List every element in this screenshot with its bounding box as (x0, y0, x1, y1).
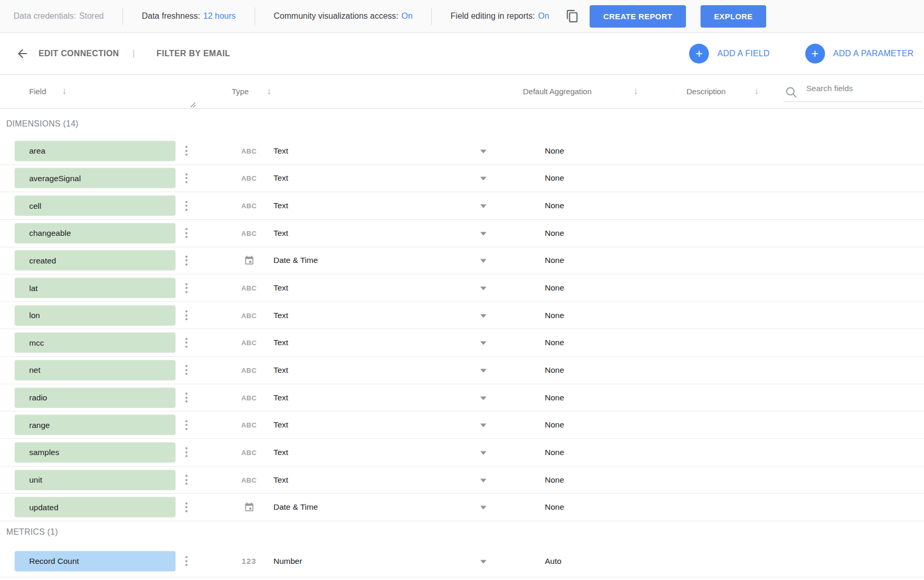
field-name-pill[interactable]: mcc (15, 333, 176, 353)
more-options-icon[interactable] (183, 390, 190, 406)
more-options-icon[interactable] (183, 472, 190, 488)
dropdown-arrow-icon[interactable] (480, 287, 486, 291)
dropdown-arrow-icon[interactable] (480, 424, 486, 427)
dropdown-arrow-icon[interactable] (480, 177, 486, 181)
aggregation-select[interactable]: None (545, 173, 564, 183)
column-header-default-aggregation[interactable]: Default Aggregation (523, 87, 592, 96)
aggregation-select[interactable]: None (545, 283, 564, 293)
aggregation-select[interactable]: None (545, 146, 564, 156)
edit-connection-link[interactable]: EDIT CONNECTION (39, 49, 119, 58)
column-header-field[interactable]: Field (29, 87, 46, 96)
field-name-pill[interactable]: created (15, 250, 176, 271)
sort-icon-default-aggregation[interactable]: ↓ (633, 85, 639, 97)
aggregation-select[interactable]: Auto (545, 557, 561, 566)
more-options-icon[interactable] (183, 445, 190, 460)
aggregation-select[interactable]: None (545, 448, 564, 457)
dropdown-arrow-icon[interactable] (480, 369, 486, 372)
sort-icon-description[interactable]: ↓ (754, 85, 759, 97)
column-header-description[interactable]: Description (686, 87, 726, 96)
add-a-field-button[interactable]: + ADD A FIELD (689, 44, 769, 64)
more-options-icon[interactable] (183, 553, 190, 569)
field-type-select[interactable]: Text (273, 283, 288, 293)
dropdown-arrow-icon[interactable] (480, 149, 486, 153)
field-name-pill[interactable]: radio (15, 387, 176, 408)
column-header-type[interactable]: Type (232, 87, 249, 96)
dropdown-arrow-icon[interactable] (480, 232, 486, 235)
field-name-pill[interactable]: changeable (15, 223, 176, 243)
text-type-icon: ABC (241, 421, 257, 429)
dropdown-arrow-icon[interactable] (480, 342, 486, 345)
field-type-select[interactable]: Number (273, 557, 302, 566)
dropdown-arrow-icon[interactable] (480, 396, 486, 400)
dropdown-arrow-icon[interactable] (480, 560, 486, 563)
field-type-select[interactable]: Text (273, 475, 288, 485)
status-item[interactable]: Data freshness: 12 hours (142, 11, 235, 21)
aggregation-select[interactable]: None (545, 475, 564, 485)
field-type-select[interactable]: Text (273, 311, 288, 320)
field-type-select[interactable]: Text (273, 338, 288, 347)
field-type-select[interactable]: Text (273, 448, 288, 457)
field-type-select[interactable]: Text (273, 146, 288, 156)
filter-by-email-link[interactable]: FILTER BY EMAIL (157, 49, 230, 58)
add-a-parameter-button[interactable]: + ADD A PARAMETER (805, 44, 914, 64)
dropdown-arrow-icon[interactable] (480, 451, 486, 455)
field-row: created ABC 123 Date & Time None (0, 247, 924, 275)
field-name-pill[interactable]: unit (15, 470, 176, 490)
more-options-icon[interactable] (183, 280, 190, 296)
field-name-pill[interactable]: lon (15, 305, 176, 325)
field-type-select[interactable]: Text (273, 365, 288, 375)
aggregation-select[interactable]: None (545, 420, 564, 430)
dropdown-arrow-icon[interactable] (480, 478, 486, 482)
sort-icon-field[interactable]: ↓ (62, 85, 67, 97)
more-options-icon[interactable] (183, 253, 190, 268)
field-type-select[interactable]: Date & Time (273, 256, 318, 265)
aggregation-select[interactable]: None (545, 502, 564, 512)
more-options-icon[interactable] (183, 170, 190, 186)
aggregation-select[interactable]: None (545, 393, 564, 402)
create-report-button[interactable]: CREATE REPORT (590, 5, 685, 28)
aggregation-select[interactable]: None (545, 229, 564, 238)
sort-icon-type[interactable]: ↓ (267, 85, 272, 97)
field-name-pill[interactable]: cell (15, 196, 176, 216)
search-fields-input[interactable] (806, 84, 918, 93)
dropdown-arrow-icon[interactable] (480, 506, 486, 510)
status-item[interactable]: Community visualizations access: On (274, 11, 413, 21)
more-options-icon[interactable] (183, 143, 190, 159)
search-icon[interactable] (784, 85, 798, 101)
field-name-pill[interactable]: lat (15, 278, 176, 298)
field-type-select[interactable]: Text (273, 229, 288, 238)
field-type-select[interactable]: Text (273, 393, 288, 402)
more-options-icon[interactable] (183, 362, 190, 378)
explore-button[interactable]: EXPLORE (701, 5, 766, 28)
aggregation-select[interactable]: None (545, 311, 564, 320)
more-options-icon[interactable] (183, 499, 190, 515)
more-options-icon[interactable] (183, 225, 190, 241)
column-resize-handle-icon[interactable] (190, 100, 196, 110)
field-name-pill[interactable]: area (15, 141, 176, 161)
status-item[interactable]: Data credentials: Stored (14, 11, 104, 21)
back-arrow-icon[interactable] (16, 46, 30, 61)
aggregation-select[interactable]: None (545, 338, 564, 347)
field-type-select[interactable]: Date & Time (273, 502, 318, 512)
more-options-icon[interactable] (183, 417, 190, 433)
aggregation-select[interactable]: None (545, 256, 564, 265)
field-type-select[interactable]: Text (273, 201, 288, 210)
field-name-pill[interactable]: updated (15, 497, 176, 518)
field-name-pill[interactable]: samples (15, 442, 176, 462)
field-name-pill[interactable]: averageSignal (15, 168, 176, 188)
more-options-icon[interactable] (183, 335, 190, 350)
aggregation-select[interactable]: None (545, 201, 564, 210)
field-name-pill[interactable]: range (15, 415, 176, 435)
dropdown-arrow-icon[interactable] (480, 205, 486, 208)
dropdown-arrow-icon[interactable] (480, 314, 486, 318)
field-name-pill[interactable]: Record Count (15, 551, 176, 571)
more-options-icon[interactable] (183, 198, 190, 213)
aggregation-select[interactable]: None (545, 365, 564, 375)
dropdown-arrow-icon[interactable] (480, 259, 486, 263)
field-name-pill[interactable]: net (15, 360, 176, 380)
copy-icon[interactable] (564, 7, 581, 25)
field-type-select[interactable]: Text (273, 420, 288, 430)
more-options-icon[interactable] (183, 308, 190, 323)
field-type-select[interactable]: Text (273, 173, 288, 183)
status-item[interactable]: Field editing in reports: On (451, 11, 549, 21)
